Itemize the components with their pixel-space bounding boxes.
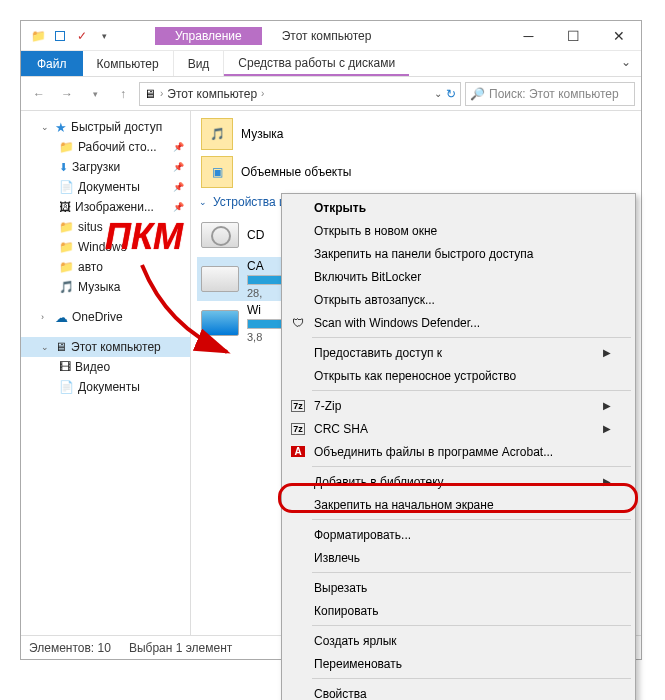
mi-eject[interactable]: Извлечь [284,546,633,569]
mi-open-portable[interactable]: Открыть как переносное устройство [284,364,633,387]
mi-defender[interactable]: Scan with Windows Defender... [284,311,633,334]
separator [312,572,631,573]
tab-computer[interactable]: Компьютер [83,51,174,76]
titlebar: 📁 ✓ ▾ Управление Этот компьютер ─ ☐ ✕ [21,21,641,51]
mi-cut[interactable]: Вырезать [284,576,633,599]
separator [312,625,631,626]
forward-button[interactable]: → [55,82,79,106]
mi-create-shortcut[interactable]: Создать ярлык [284,629,633,652]
submenu-arrow-icon: ▶ [603,423,611,434]
ribbon-expand-icon[interactable]: ⌄ [611,51,641,76]
minimize-button[interactable]: ─ [506,21,551,51]
up-button[interactable]: ↑ [111,82,135,106]
qat-newfolder-icon[interactable]: ✓ [71,25,93,47]
refresh-icon[interactable]: ↻ [446,87,456,101]
tab-file[interactable]: Файл [21,51,83,76]
image-icon [59,200,71,214]
mi-crc-sha[interactable]: CRC SHA▶ [284,417,633,440]
search-box[interactable]: 🔎 Поиск: Этот компьютер [465,82,635,106]
context-menu: Открыть Открыть в новом окне Закрепить н… [281,193,636,700]
annotation-label: ПКМ [105,216,183,258]
mi-rename[interactable]: Переименовать [284,652,633,675]
recent-dropdown-icon[interactable]: ▾ [83,82,107,106]
submenu-arrow-icon: ▶ [603,347,611,358]
maximize-button[interactable]: ☐ [551,21,596,51]
mi-grant-access[interactable]: Предоставить доступ к▶ [284,341,633,364]
folder-icon [201,156,233,188]
tree-documents[interactable]: Документы📌 [21,177,190,197]
qat-properties-icon[interactable] [49,25,71,47]
mi-format[interactable]: Форматировать... [284,523,633,546]
status-count: Элементов: 10 [29,641,111,655]
shield-icon [290,315,306,331]
folder-icon [201,118,233,150]
mi-open-new-window[interactable]: Открыть в новом окне [284,219,633,242]
tab-view[interactable]: Вид [174,51,225,76]
contextual-tab-manage[interactable]: Управление [155,27,262,45]
tree-downloads[interactable]: Загрузки📌 [21,157,190,177]
submenu-arrow-icon: ▶ [603,476,611,487]
folder-music[interactable]: Музыка [197,115,635,153]
mi-bitlocker[interactable]: Включить BitLocker [284,265,633,288]
chevron-right-icon[interactable]: › [160,88,163,99]
doc-icon [59,180,74,194]
separator [312,466,631,467]
pc-icon [144,87,156,101]
pin-icon: 📌 [173,202,184,212]
tab-drive-tools[interactable]: Средства работы с дисками [224,51,409,76]
tree-pictures[interactable]: Изображени...📌 [21,197,190,217]
mi-open[interactable]: Открыть [284,196,633,219]
7zip-icon [290,398,306,414]
breadcrumb-root[interactable]: Этот компьютер [167,87,257,101]
mi-copy[interactable]: Копировать [284,599,633,622]
mi-properties[interactable]: Свойства [284,682,633,700]
ribbon-tabs: Файл Компьютер Вид Средства работы с дис… [21,51,641,77]
tree-documents2[interactable]: Документы [21,377,190,397]
separator [312,337,631,338]
folder-icon [59,240,74,254]
search-placeholder: Поиск: Этот компьютер [489,87,619,101]
pc-icon [55,340,67,354]
music-icon [59,280,74,294]
separator [312,390,631,391]
mi-pin-start[interactable]: Закрепить на начальном экране [284,493,633,516]
nav-row: ← → ▾ ↑ › Этот компьютер › ⌄ ↻ 🔎 Поиск: … [21,77,641,111]
annotation-arrow-icon [127,257,247,367]
folder-3d-objects[interactable]: Объемные объекты [197,153,635,191]
mi-acrobat-combine[interactable]: Объединить файлы в программе Acrobat... [284,440,633,463]
tree-quick-access[interactable]: ⌄Быстрый доступ [21,117,190,137]
chevron-right-icon[interactable]: › [261,88,264,99]
window-title: Этот компьютер [282,29,372,43]
close-button[interactable]: ✕ [596,21,641,51]
pin-icon: 📌 [173,182,184,192]
submenu-arrow-icon: ▶ [603,400,611,411]
cloud-icon [55,310,68,325]
separator [312,678,631,679]
app-icon[interactable]: 📁 [27,25,49,47]
folder-icon [59,140,74,154]
back-button[interactable]: ← [27,82,51,106]
mi-7zip[interactable]: 7-Zip▶ [284,394,633,417]
download-icon [59,160,68,174]
mi-pin-quick-access[interactable]: Закрепить на панели быстрого доступа [284,242,633,265]
mi-add-library[interactable]: Добавить в библиотеку▶ [284,470,633,493]
mi-autoplay[interactable]: Открыть автозапуск... [284,288,633,311]
qat-dropdown-icon[interactable]: ▾ [93,25,115,47]
window-controls: ─ ☐ ✕ [506,21,641,51]
address-dropdown-icon[interactable]: ⌄ [434,88,442,99]
7zip-icon [290,421,306,437]
pin-icon: 📌 [173,162,184,172]
contextual-tab-group: Управление [155,27,262,45]
star-icon [55,120,67,135]
quick-access-toolbar: 📁 ✓ ▾ [21,25,115,47]
folder-icon [59,260,74,274]
nav-tree: ⌄Быстрый доступ Рабочий сто...📌 Загрузки… [21,111,191,635]
address-bar[interactable]: › Этот компьютер › ⌄ ↻ [139,82,461,106]
acrobat-icon [290,444,306,460]
folder-icon [59,220,74,234]
status-selection: Выбран 1 элемент [129,641,232,655]
tree-desktop[interactable]: Рабочий сто...📌 [21,137,190,157]
separator [312,519,631,520]
cd-drive-icon [201,222,239,248]
doc-icon [59,380,74,394]
